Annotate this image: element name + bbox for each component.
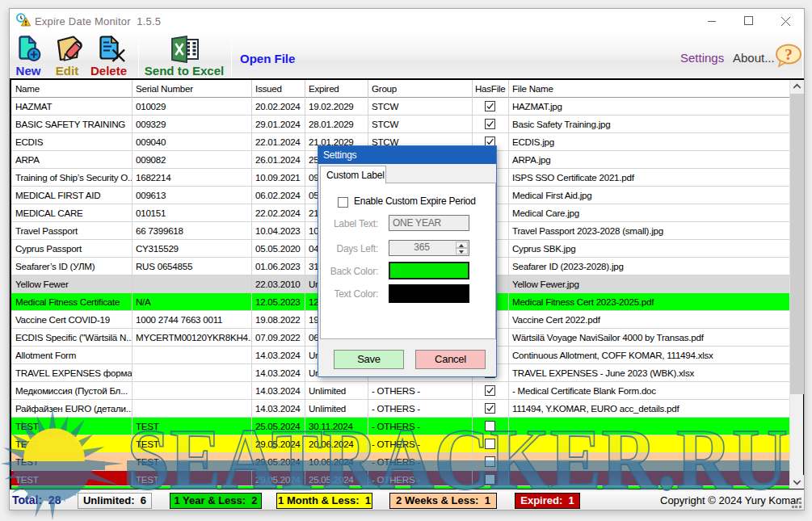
svg-text:?: ? bbox=[785, 46, 793, 63]
